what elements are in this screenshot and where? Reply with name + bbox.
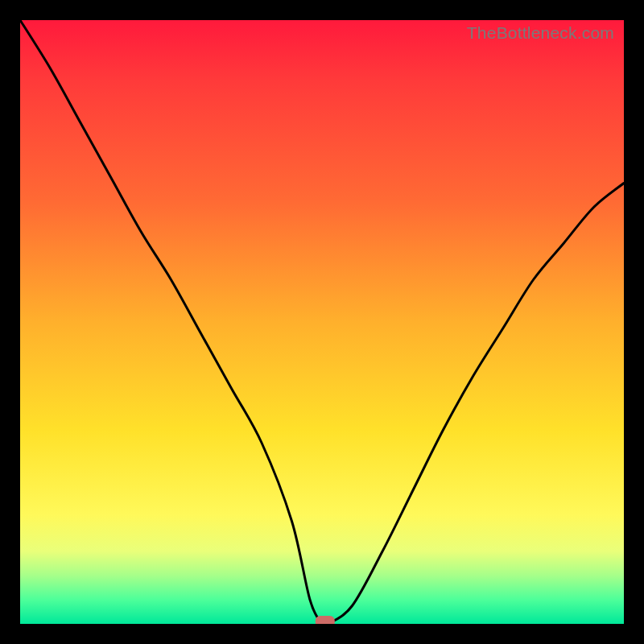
- bottleneck-curve: [20, 20, 624, 624]
- chart-frame: TheBottleneck.com: [0, 0, 644, 644]
- plot-area: TheBottleneck.com: [20, 20, 624, 624]
- optimal-marker: [316, 616, 335, 624]
- curve-layer: [20, 20, 624, 624]
